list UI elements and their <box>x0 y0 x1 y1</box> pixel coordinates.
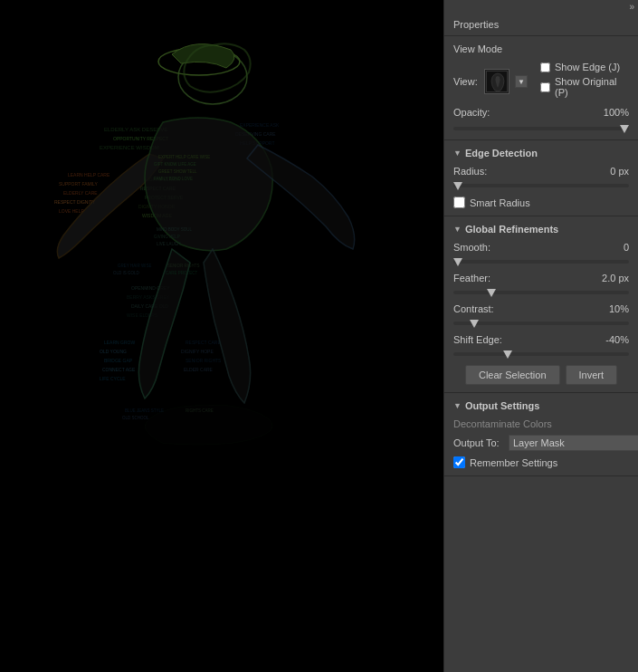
opacity-slider[interactable] <box>453 127 629 130</box>
button-row: Clear Selection Invert <box>453 365 629 385</box>
shift-edge-slider[interactable] <box>453 352 629 356</box>
svg-text:CARE PROTECT: CARE PROTECT <box>166 271 198 275</box>
show-original-checkbox[interactable] <box>540 82 550 92</box>
view-mode-title: View Mode <box>453 43 629 54</box>
feather-value: 2.0 px <box>602 273 629 283</box>
view-thumbnail-inner <box>486 71 508 92</box>
radius-row: Radius: 0 px <box>453 166 629 177</box>
smooth-slider[interactable] <box>453 260 629 264</box>
svg-text:LIVE LAUGH: LIVE LAUGH <box>157 242 181 246</box>
show-original-label[interactable]: Show Original (P) <box>555 76 629 98</box>
svg-text:FAMILY BOND LOVE: FAMILY BOND LOVE <box>154 177 193 181</box>
contrast-value: 10% <box>609 303 629 314</box>
feather-label: Feather: <box>453 273 490 283</box>
smart-radius-checkbox[interactable] <box>453 197 465 208</box>
global-refinements-section: ▼ Global Refinements Smooth: 0 Feather: … <box>444 216 638 393</box>
output-settings-section: ▼ Output Settings Decontaminate Colors O… <box>444 393 638 476</box>
show-edge-label[interactable]: Show Edge (J) <box>555 62 620 72</box>
remember-row: Remember Settings <box>453 456 629 468</box>
radius-value: 0 px <box>610 166 629 177</box>
svg-text:LIFE CYCLE: LIFE CYCLE <box>100 376 126 381</box>
svg-text:EXPERT HELP CARE WISE: EXPERT HELP CARE WISE <box>158 155 210 159</box>
smooth-label: Smooth: <box>453 242 490 253</box>
svg-text:LEARN GROW: LEARN GROW <box>104 340 135 345</box>
shift-edge-value: -40% <box>605 334 629 345</box>
svg-text:SUPPORT FAMILY: SUPPORT FAMILY <box>59 181 98 187</box>
global-refinements-arrow: ▼ <box>453 225 462 234</box>
contrast-label: Contrast: <box>453 303 494 314</box>
edge-detection-arrow: ▼ <box>453 149 462 158</box>
output-settings-arrow: ▼ <box>453 401 462 410</box>
svg-text:MIND BODY SOUL: MIND BODY SOUL <box>157 227 192 232</box>
remember-checkbox[interactable] <box>453 456 465 468</box>
shift-edge-row: Shift Edge: -40% <box>453 334 629 345</box>
output-to-label: Output To: <box>453 437 503 448</box>
properties-panel: » Properties View Mode View: ▼ <box>443 0 638 672</box>
canvas-area: ELDERLY ASK DESERVE OPPORTUNITY RESPECT … <box>0 0 443 672</box>
svg-text:OLD YOUNG: OLD YOUNG <box>100 349 127 354</box>
opacity-value: 100% <box>604 107 629 118</box>
svg-text:GREET SHOW TELL: GREET SHOW TELL <box>158 169 197 174</box>
output-dropdown[interactable]: Layer Mask New Layer New Layer with Laye… <box>509 435 638 451</box>
svg-text:LOVE HELP: LOVE HELP <box>59 208 84 214</box>
show-edge-row: Show Edge (J) <box>540 62 629 72</box>
remember-label[interactable]: Remember Settings <box>470 457 557 468</box>
svg-text:CONNECT AGE: CONNECT AGE <box>102 367 136 372</box>
contrast-row: Contrast: 10% <box>453 303 629 314</box>
svg-text:OLD SCHOOL: OLD SCHOOL <box>122 416 149 420</box>
smart-radius-row: Smart Radius <box>453 197 629 208</box>
svg-text:ELDER CARE: ELDER CARE <box>184 367 214 372</box>
view-mode-section: View Mode View: ▼ Show Edge (J) <box>444 36 638 140</box>
edge-detection-title: Edge Detection <box>465 148 538 158</box>
panel-header: Properties <box>444 14 638 36</box>
radius-label: Radius: <box>453 166 487 177</box>
svg-text:SENIOR RIGHTS: SENIOR RIGHTS <box>186 358 222 363</box>
view-row: View: ▼ Show Edge (J) <box>453 62 629 101</box>
view-dropdown-button[interactable]: ▼ <box>515 75 528 88</box>
view-label: View: <box>453 76 479 87</box>
svg-text:BRIDGE GAP: BRIDGE GAP <box>104 358 133 363</box>
edge-detection-header[interactable]: ▼ Edge Detection <box>453 148 629 158</box>
panel-title: Properties <box>453 19 499 30</box>
svg-text:GIVING HELP: GIVING HELP <box>154 235 180 239</box>
double-arrow-icon[interactable]: » <box>629 2 634 12</box>
svg-text:ELDERLY CARE: ELDERLY CARE <box>63 190 98 196</box>
svg-text:DIGNIFY HOPE: DIGNIFY HOPE <box>181 349 214 354</box>
opacity-row: Opacity: 100% <box>453 107 629 118</box>
feather-slider[interactable] <box>453 291 629 294</box>
svg-text:SENIOR RIGHTS: SENIOR RIGHTS <box>167 264 200 268</box>
shift-edge-label: Shift Edge: <box>453 334 502 345</box>
chevron-down-icon: ▼ <box>518 78 525 86</box>
svg-text:OLD IS GOLD: OLD IS GOLD <box>113 271 140 275</box>
output-settings-header[interactable]: ▼ Output Settings <box>453 400 629 411</box>
svg-text:LEARN HELP CARE: LEARN HELP CARE <box>68 172 110 178</box>
clear-selection-button[interactable]: Clear Selection <box>465 365 560 385</box>
show-edge-checkbox[interactable] <box>540 62 550 72</box>
svg-text:RESPECT CARE: RESPECT CARE <box>186 340 221 345</box>
opacity-label: Opacity: <box>453 107 490 118</box>
global-refinements-title: Global Refinements <box>465 224 558 235</box>
svg-text:GREY HAIR WISE: GREY HAIR WISE <box>118 264 151 268</box>
output-to-row: Output To: Layer Mask New Layer New Laye… <box>453 435 629 451</box>
contrast-slider[interactable] <box>453 322 629 325</box>
output-settings-title: Output Settings <box>465 400 540 411</box>
edge-detection-section: ▼ Edge Detection Radius: 0 px Smart Radi… <box>444 140 638 216</box>
feather-row: Feather: 2.0 px <box>453 273 629 283</box>
smooth-row: Smooth: 0 <box>453 242 629 253</box>
svg-text:BLUE JEANS STYLE: BLUE JEANS STYLE <box>125 408 164 413</box>
smooth-value: 0 <box>624 242 629 253</box>
show-original-row: Show Original (P) <box>540 76 629 98</box>
svg-text:EXPERIENCE ASK: EXPERIENCE ASK <box>240 122 280 128</box>
radius-slider[interactable] <box>453 184 629 187</box>
smart-radius-label[interactable]: Smart Radius <box>470 197 530 208</box>
global-refinements-header[interactable]: ▼ Global Refinements <box>453 224 629 235</box>
invert-button[interactable]: Invert <box>566 365 618 385</box>
svg-text:GIFT KNOW LIFE AGE: GIFT KNOW LIFE AGE <box>154 162 196 167</box>
top-bar: » <box>444 0 638 14</box>
view-thumbnail[interactable] <box>484 69 509 94</box>
decontaminate-label: Decontaminate Colors <box>453 418 552 429</box>
